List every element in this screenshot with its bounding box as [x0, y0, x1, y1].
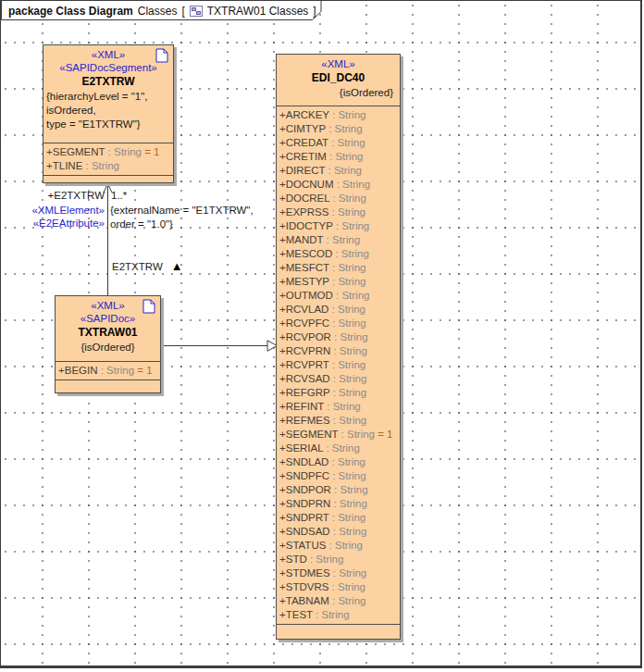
attribute-exprss[interactable]: +EXPRSS : String: [279, 205, 397, 219]
class-e2txtrw-header: «XML»«SAPIDocSegment» E2TXTRW {hierarchy…: [43, 45, 173, 143]
operations-compartment: [277, 624, 400, 639]
association-stereotypes[interactable]: «XMLElement»«E2EAttribute»: [14, 204, 105, 230]
attribute-rcvlad[interactable]: +RCVLAD : String: [279, 303, 397, 317]
attribute-sndlad[interactable]: +SNDLAD : String: [279, 455, 397, 469]
attribute-sndpor[interactable]: +SNDPOR : String: [279, 483, 397, 497]
attribute-mandt[interactable]: +MANDT : String: [279, 233, 397, 247]
attributes-compartment: +BEGIN : String = 1: [56, 361, 160, 380]
attribute-stdvrs[interactable]: +STDVRS : String: [279, 580, 397, 594]
diagram-canvas[interactable]: package Class Diagram Classes [ TXTRAW01…: [0, 0, 642, 668]
attribute-refmes[interactable]: +REFMES : String: [279, 414, 397, 428]
attribute-rcvpfc[interactable]: +RCVPFC : String: [279, 317, 397, 330]
attribute-outmod[interactable]: +OUTMOD : String: [279, 289, 397, 303]
direction-arrow-icon: ▲: [171, 259, 183, 273]
class-txtraw01-header: «XML»«SAPIDoc» TXTRAW01 {isOrdered}: [56, 296, 160, 361]
doc-icon: [142, 299, 155, 314]
attribute-segment[interactable]: +SEGMENT : String = 1: [279, 428, 397, 442]
attribute-idoctyp[interactable]: +IDOCTYP : String: [279, 219, 397, 233]
constraint-block: {hierarchyLevel = "1",isOrdered,type = "…: [43, 90, 173, 131]
stereotype-list: «XML»«SAPIDocSegment»: [43, 48, 173, 74]
attribute-rcvsad[interactable]: +RCVSAD : String: [279, 372, 397, 386]
attribute-stdmes[interactable]: +STDMES : String: [279, 566, 397, 580]
attribute-tabnam[interactable]: +TABNAM : String: [279, 594, 397, 608]
attribute-credat[interactable]: +CREDAT : String: [279, 136, 397, 150]
class-edi-dc40[interactable]: «XML» EDI_DC40 {isOrdered} +ARCKEY : Str…: [276, 54, 401, 640]
association-role-label[interactable]: +E2TXTRW: [29, 189, 105, 202]
class-e2txtrw[interactable]: «XML»«SAPIDocSegment» E2TXTRW {hierarchy…: [43, 44, 174, 183]
attributes-compartment: +ARCKEY : String+CIMTYP : String+CREDAT …: [277, 106, 400, 624]
attribute-mesfct[interactable]: +MESFCT : String: [279, 261, 397, 275]
stereotype-label: «SAPIDoc»: [56, 312, 160, 325]
association-name-label[interactable]: E2TXTRW▲: [112, 260, 183, 273]
attribute-refgrp[interactable]: +REFGRP : String: [279, 386, 397, 400]
attribute-sndsad[interactable]: +SNDSAD : String: [279, 525, 397, 539]
constraint-line: {isOrdered}: [56, 341, 160, 355]
operations-compartment: [43, 175, 173, 182]
attribute-docrel[interactable]: +DOCREL : String: [279, 192, 397, 205]
association-name: E2TXTRW: [112, 261, 163, 272]
attribute-tline[interactable]: +TLINE : String: [46, 159, 170, 173]
attribute-sndprn[interactable]: +SNDPRN : String: [279, 497, 397, 511]
class-name: EDI_DC40: [277, 70, 400, 86]
attribute-direct[interactable]: +DIRECT : String: [279, 164, 397, 178]
association-stereotype-label: «E2EAttribute»: [14, 217, 105, 230]
constraint-block: {isOrdered}: [56, 341, 160, 355]
attribute-refint[interactable]: +REFINT : String: [279, 400, 397, 414]
doc-icon: [155, 48, 168, 63]
attribute-cimtyp[interactable]: +CIMTYP : String: [279, 122, 397, 136]
attribute-docnum[interactable]: +DOCNUM : String: [279, 178, 397, 192]
class-name: TXTRAW01: [56, 325, 160, 341]
attribute-test[interactable]: +TEST : String: [279, 608, 397, 622]
attribute-mestyp[interactable]: +MESTYP : String: [279, 275, 397, 289]
attribute-arckey[interactable]: +ARCKEY : String: [279, 108, 397, 122]
attribute-rcvprt[interactable]: +RCVPRT : String: [279, 358, 397, 372]
connector-txtraw01-to-edi-dc40[interactable]: [161, 341, 278, 351]
class-name: E2TXTRW: [43, 74, 173, 90]
stereotype-label: «XML»: [277, 57, 400, 70]
association-constraint-line-1[interactable]: {externalName = "E1TXTRW",: [110, 204, 254, 217]
attribute-mescod[interactable]: +MESCOD : String: [279, 247, 397, 261]
association-multiplicity-label[interactable]: 1..*: [111, 189, 127, 202]
association-constraint-line-2[interactable]: order = "1.0"}: [110, 218, 173, 230]
operations-compartment: [56, 380, 160, 392]
class-edi-dc40-header: «XML» EDI_DC40 {isOrdered}: [277, 55, 400, 106]
class-txtraw01[interactable]: «XML»«SAPIDoc» TXTRAW01 {isOrdered} +BEG…: [55, 295, 161, 393]
attribute-sndprt[interactable]: +SNDPRT : String: [279, 511, 397, 525]
stereotype-label: «XML»: [43, 48, 173, 61]
attribute-begin[interactable]: +BEGIN : String = 1: [58, 364, 157, 378]
attribute-status[interactable]: +STATUS : String: [279, 539, 397, 553]
stereotype-label: «SAPIDocSegment»: [43, 61, 173, 74]
constraint-line: {isOrdered}: [277, 86, 400, 100]
attribute-sndpfc[interactable]: +SNDPFC : String: [279, 469, 397, 483]
stereotype-list: «XML»: [277, 57, 400, 70]
attribute-rcvprn[interactable]: +RCVPRN : String: [279, 344, 397, 358]
attribute-segment[interactable]: +SEGMENT : String = 1: [46, 145, 170, 159]
attribute-serial[interactable]: +SERIAL : String: [279, 442, 397, 455]
constraint-line: isOrdered,: [43, 104, 173, 118]
constraint-line: type = "E1TXTRW"}: [43, 118, 173, 131]
attribute-cretim[interactable]: +CRETIM : String: [279, 150, 397, 164]
attribute-std[interactable]: +STD : String: [279, 553, 397, 566]
attributes-compartment: +SEGMENT : String = 1+TLINE : String: [43, 143, 173, 175]
attribute-rcvpor[interactable]: +RCVPOR : String: [279, 330, 397, 344]
association-stereotype-label: «XMLElement»: [14, 204, 105, 217]
constraint-line: {hierarchyLevel = "1",: [43, 90, 173, 104]
